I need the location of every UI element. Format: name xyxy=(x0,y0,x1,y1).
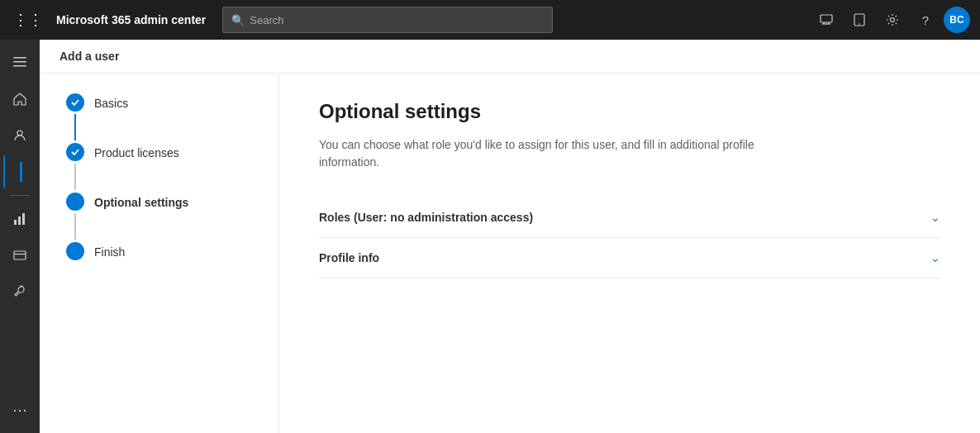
content-area: Add a user Basics xyxy=(40,40,980,433)
step-connector-basics xyxy=(66,93,84,143)
sidebar-item-active-users[interactable] xyxy=(3,155,36,188)
step-label-licenses: Product licenses xyxy=(94,145,179,159)
accordion-profile-label: Profile info xyxy=(319,251,379,264)
accordion-roles-label: Roles (User: no administration access) xyxy=(319,211,533,224)
sidebar-item-menu[interactable] xyxy=(3,46,36,79)
tablet-icon-btn[interactable] xyxy=(844,5,874,35)
accordion-roles-chevron-icon: ⌄ xyxy=(930,211,940,224)
section-desc: You can choose what role you'd like to a… xyxy=(319,136,815,171)
step-connector-licenses xyxy=(66,143,84,193)
avatar[interactable]: BC xyxy=(944,7,970,33)
sidebar-item-analytics[interactable] xyxy=(3,202,36,236)
breadcrumb: Add a user xyxy=(59,50,119,63)
accordion-profile: Profile info ⌄ xyxy=(319,238,940,278)
accordion-roles: Roles (User: no administration access) ⌄ xyxy=(319,197,940,238)
step-line-3 xyxy=(74,213,76,240)
grid-icon[interactable]: ⋮⋮ xyxy=(10,7,46,32)
sidebar-divider xyxy=(10,195,30,196)
section-title: Optional settings xyxy=(319,100,940,123)
accordion-profile-chevron-icon: ⌄ xyxy=(930,251,940,264)
step-item-optional: Optional settings xyxy=(66,193,252,242)
accordion-profile-header[interactable]: Profile info ⌄ xyxy=(319,251,940,264)
settings-icon-btn[interactable] xyxy=(878,5,907,35)
page-header: Add a user xyxy=(40,40,980,74)
step-circle-optional xyxy=(66,193,84,211)
svg-rect-13 xyxy=(22,213,25,225)
svg-rect-7 xyxy=(13,57,26,59)
search-input[interactable] xyxy=(250,14,544,26)
topnav-right-actions: ? BC xyxy=(811,5,970,35)
step-circle-basics xyxy=(66,93,84,112)
step-line-2 xyxy=(74,164,76,190)
svg-rect-12 xyxy=(18,216,21,225)
svg-rect-8 xyxy=(13,61,26,63)
top-navigation: ⋮⋮ Microsoft 365 admin center 🔍 ? BC xyxy=(0,0,980,40)
svg-rect-9 xyxy=(13,65,26,67)
sidebar-item-billing[interactable] xyxy=(3,239,36,272)
steps-panel: Basics Product licenses xyxy=(40,74,279,433)
step-label-optional: Optional settings xyxy=(94,194,188,209)
sidebar: ⋯ xyxy=(0,40,40,433)
step-item-licenses: Product licenses xyxy=(66,143,252,193)
search-box[interactable]: 🔍 xyxy=(222,7,553,33)
svg-rect-14 xyxy=(14,251,26,259)
accordion-roles-header[interactable]: Roles (User: no administration access) ⌄ xyxy=(319,211,940,224)
svg-point-10 xyxy=(17,131,22,136)
svg-point-6 xyxy=(891,18,895,22)
step-item-finish: Finish xyxy=(66,242,252,260)
svg-point-5 xyxy=(859,23,860,25)
sidebar-item-tools[interactable] xyxy=(3,275,36,308)
svg-rect-0 xyxy=(821,15,832,22)
main-layout: ⋯ Add a user Basics xyxy=(0,40,980,433)
step-line-1 xyxy=(74,114,76,140)
help-icon-btn[interactable]: ? xyxy=(911,5,940,35)
svg-rect-11 xyxy=(14,220,17,225)
search-icon: 🔍 xyxy=(231,14,245,26)
app-title: Microsoft 365 admin center xyxy=(56,13,206,26)
monitor-icon-btn[interactable] xyxy=(811,5,841,35)
step-circle-licenses xyxy=(66,143,84,161)
step-item-basics: Basics xyxy=(66,93,252,143)
step-label-basics: Basics xyxy=(94,95,128,110)
step-connector-finish xyxy=(66,242,84,260)
main-content: Optional settings You can choose what ro… xyxy=(279,74,980,433)
sidebar-item-users[interactable] xyxy=(3,119,36,152)
page-body: Basics Product licenses xyxy=(40,74,980,433)
sidebar-item-home[interactable] xyxy=(3,83,36,116)
step-circle-finish xyxy=(66,242,84,260)
step-connector-optional xyxy=(66,193,84,242)
sidebar-item-more[interactable]: ⋯ xyxy=(3,393,36,426)
step-label-finish: Finish xyxy=(94,244,125,259)
